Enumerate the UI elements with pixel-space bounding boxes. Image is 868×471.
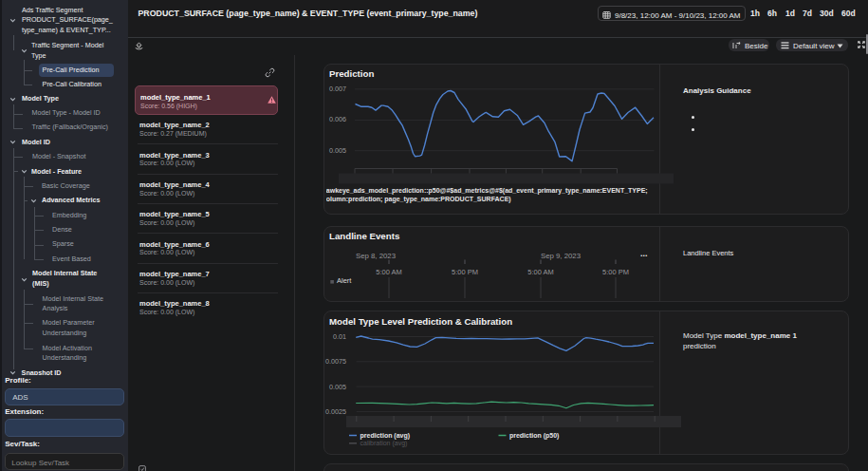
- svg-text:5:00 PM: 5:00 PM: [452, 267, 478, 275]
- svg-text:5:00 AM: 5:00 AM: [527, 267, 554, 275]
- svg-text:5:00 PM: 5:00 PM: [602, 267, 629, 275]
- svg-text:5:00 AM: 5:00 AM: [376, 267, 402, 275]
- svg-text:...: ...: [640, 249, 648, 258]
- svg-text:Sep 8, 2023: Sep 8, 2023: [356, 251, 396, 259]
- svg-text:Alert: Alert: [337, 276, 352, 285]
- svg-text:Sep 9, 2023: Sep 9, 2023: [541, 251, 581, 259]
